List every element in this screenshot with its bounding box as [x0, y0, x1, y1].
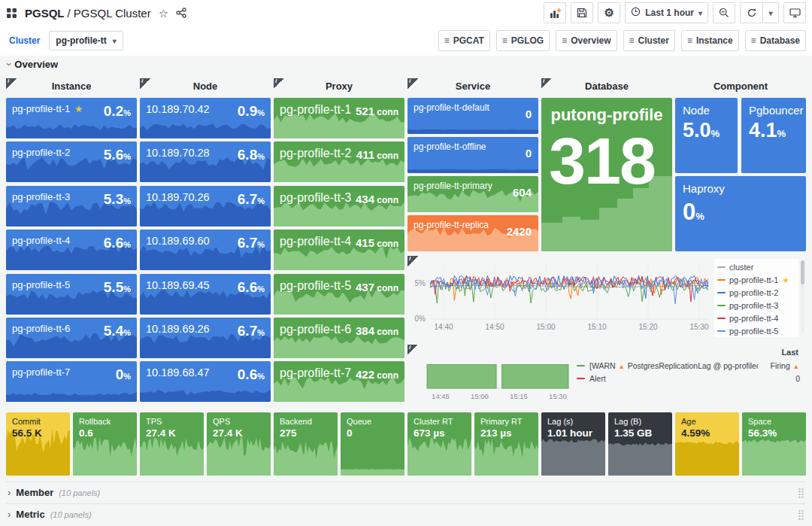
- legend-item-6[interactable]: pg-profile-tt-5: [717, 324, 798, 337]
- tile-value: 4.59%: [681, 427, 710, 439]
- service-tile-4[interactable]: pg-profile-tt-replica2420: [408, 215, 538, 251]
- proxy-tile-4[interactable]: pg-profile-tt-4415 conn: [274, 230, 404, 270]
- legend-series-swatch: [717, 330, 726, 332]
- node-tile-7[interactable]: 10.189.68.470.6%: [140, 361, 271, 402]
- legend-item-3[interactable]: pg-profile-tt-2: [717, 286, 798, 299]
- tile-label: Commit: [12, 417, 41, 426]
- stat-tile-qps[interactable]: QPS27.4 K: [207, 412, 271, 476]
- tile-unit: %: [257, 196, 265, 205]
- tile-value: 0.2%: [104, 103, 131, 120]
- alert-legend: Last[WARN ▲ PostgresReplicationLag @ pg-…: [577, 348, 800, 385]
- row-drag-handle[interactable]: ⣿: [797, 509, 804, 520]
- svg-text:15:15: 15:15: [510, 392, 528, 400]
- database-tile[interactable]: putong-profile318: [541, 98, 672, 251]
- alert-legend-item-2[interactable]: Alert0: [577, 372, 800, 385]
- svg-text:15:30: 15:30: [549, 392, 567, 400]
- tile-value: 0.6: [79, 427, 93, 439]
- node-tile-4[interactable]: 10.189.69.606.7%: [140, 230, 271, 270]
- stat-tile-cluster-rt[interactable]: Cluster RT673 µs: [408, 412, 471, 476]
- panel-database-header: i Database: [541, 78, 672, 95]
- tile-unit: %: [257, 284, 265, 293]
- stat-tile-commit[interactable]: Commit56.5 K: [6, 412, 70, 476]
- service-tile-1[interactable]: pg-profile-tt-default0: [408, 98, 538, 134]
- component-node-tile[interactable]: Node5.0%: [675, 98, 738, 173]
- tile-value: 1.01 hour: [547, 427, 592, 439]
- tile-unit: %: [123, 284, 131, 293]
- proxy-tile-1[interactable]: pg-profile-tt-1521 conn: [274, 98, 404, 138]
- row-member-toggle[interactable]: › Member (10 panels) ⣿: [6, 482, 806, 503]
- proxy-tile-2[interactable]: pg-profile-tt-2411 conn: [274, 141, 404, 182]
- svg-text:5%: 5%: [415, 279, 426, 287]
- component-haproxy-tile[interactable]: Haproxy0%: [675, 176, 806, 251]
- stat-tile-rollback[interactable]: Rollback0.6: [73, 412, 137, 476]
- legend-item-2[interactable]: pg-profile-tt-1 ★: [717, 273, 798, 286]
- panel-info-corner[interactable]: i: [6, 78, 17, 89]
- panel-info-corner[interactable]: i: [541, 78, 552, 89]
- legend-scrollbar[interactable]: [801, 260, 804, 333]
- stat-tile-age[interactable]: Age4.59%: [675, 412, 739, 476]
- row-panel-count: (10 panels): [59, 488, 100, 497]
- alert-rule-name: Alert: [589, 374, 758, 383]
- panel-title: Proxy: [326, 81, 353, 92]
- panel-component-header: Component: [675, 78, 806, 95]
- cpu-usage-chart-panel[interactable]: i 14:4014:5015:0015:1015:2015:305%0% clu…: [408, 256, 806, 340]
- service-tile-2[interactable]: pg-profile-tt-offline0: [408, 137, 538, 173]
- stat-tile-lag-b-[interactable]: Lag (B)1.35 GB: [608, 412, 672, 476]
- star-icon: ★: [74, 104, 83, 114]
- panel-info-corner[interactable]: i: [140, 78, 150, 89]
- svg-text:15:00: 15:00: [536, 323, 555, 331]
- node-tile-1[interactable]: 10.189.70.420.9%: [140, 98, 271, 138]
- stat-tile-queue[interactable]: Queue0: [341, 412, 404, 476]
- node-tile-3[interactable]: 10.189.70.266.7%: [140, 186, 271, 227]
- instance-tile-5[interactable]: pg-profile-tt-55.5%: [6, 274, 137, 315]
- tile-value: 6.8%: [238, 147, 265, 163]
- row-title: Member: [16, 487, 53, 498]
- stat-tile-space[interactable]: Space56.3%: [742, 412, 806, 476]
- proxy-tile-7[interactable]: pg-profile-tt-7422 conn: [274, 361, 404, 402]
- node-tile-5[interactable]: 10.189.69.456.6%: [140, 274, 271, 315]
- legend-item-1[interactable]: cluster: [717, 260, 798, 273]
- stat-tile-backend[interactable]: Backend275: [274, 412, 338, 476]
- dashboard-canvas: › Overview i Instance i Node i Proxy i S…: [0, 0, 812, 526]
- legend-item-5[interactable]: pg-profile-tt-4: [717, 312, 798, 324]
- tile-unit: %: [123, 152, 131, 161]
- tile-unit: conn: [374, 107, 398, 117]
- panel-title: Service: [456, 81, 490, 92]
- instance-tile-1[interactable]: pg-profile-tt-1 ★0.2%: [6, 98, 137, 138]
- alert-rule-name: [WARN ▲ PostgresReplicationLag @ pg-prof…: [589, 361, 758, 370]
- instance-tile-7[interactable]: pg-profile-tt-70%: [6, 361, 137, 402]
- legend-item-4[interactable]: pg-profile-tt-3: [717, 299, 798, 312]
- row-metric-toggle[interactable]: › Metric (10 panels) ⣿: [6, 503, 806, 524]
- instance-tile-6[interactable]: pg-profile-tt-65.4%: [6, 318, 137, 358]
- proxy-tile-5[interactable]: pg-profile-tt-5437 conn: [274, 274, 404, 315]
- proxy-tile-3[interactable]: pg-profile-tt-3434 conn: [274, 186, 404, 227]
- tile-label: Queue: [347, 417, 371, 426]
- row-drag-handle[interactable]: ⣿: [797, 487, 804, 498]
- alert-legend-item-1[interactable]: [WARN ▲ PostgresReplicationLag @ pg-prof…: [577, 359, 800, 372]
- tile-label: pg-profile-tt-7: [280, 366, 351, 380]
- node-tile-2[interactable]: 10.189.70.286.8%: [140, 141, 271, 182]
- instance-tile-3[interactable]: pg-profile-tt-35.3%: [6, 186, 137, 227]
- service-tile-3[interactable]: pg-profile-tt-primary604: [408, 176, 538, 212]
- tile-label: Backend: [280, 417, 312, 426]
- instance-tile-2[interactable]: pg-profile-tt-25.6%: [6, 141, 137, 182]
- alert-chart-panel[interactable]: i 14:4515:0015:1515:30 Last[WARN ▲ Postg…: [408, 345, 806, 406]
- tile-unit: %: [123, 372, 131, 381]
- panel-info-corner[interactable]: i: [408, 78, 418, 89]
- tile-label: Node: [683, 104, 710, 117]
- alert-legend-last-header: Last: [577, 348, 800, 359]
- tile-unit: %: [123, 328, 131, 337]
- panel-info-corner[interactable]: i: [408, 256, 418, 266]
- node-tile-6[interactable]: 10.189.69.266.7%: [140, 318, 271, 358]
- alert-last-value: 0: [764, 374, 800, 383]
- panel-title: Database: [585, 81, 629, 92]
- stat-tile-lag-s-[interactable]: Lag (s)1.01 hour: [541, 412, 605, 476]
- panel-info-corner[interactable]: i: [274, 78, 284, 89]
- instance-tile-4[interactable]: pg-profile-tt-46.6%: [6, 230, 137, 270]
- section-overview-toggle[interactable]: › Overview: [8, 59, 58, 70]
- proxy-tile-6[interactable]: pg-profile-tt-6384 conn: [274, 318, 404, 358]
- panel-info-corner[interactable]: i: [408, 345, 418, 355]
- component-pgbouncer-tile[interactable]: Pgbouncer4.1%: [741, 98, 806, 173]
- stat-tile-tps[interactable]: TPS27.4 K: [140, 412, 204, 476]
- stat-tile-primary-rt[interactable]: Primary RT213 µs: [474, 412, 538, 476]
